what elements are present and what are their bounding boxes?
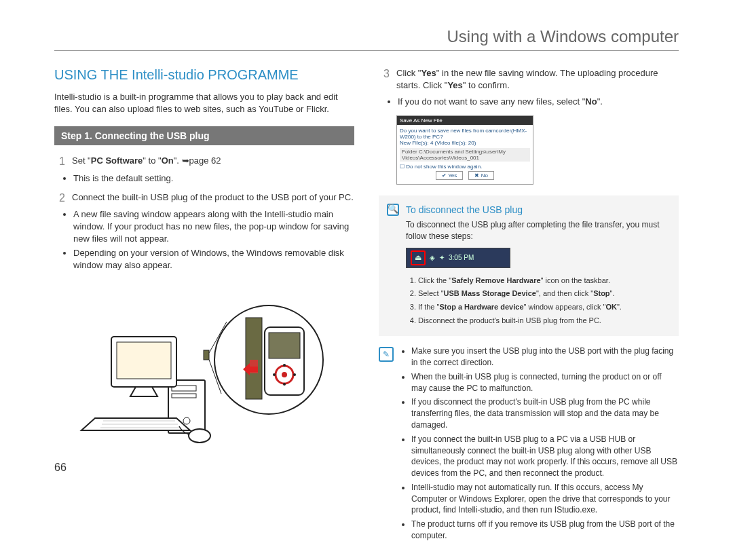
step-1-body: Set "PC Software" to "On". ➥page 62 [72,155,354,167]
disconnect-steps: Click the "Safely Remove Hardware" icon … [406,275,669,326]
list-item: Select "USB Mass Storage Device", and th… [418,288,669,300]
step-number: 1 [54,155,65,168]
svg-point-20 [273,373,276,376]
bullet: A new file saving window appears along w… [73,208,354,246]
text: ". [597,96,603,107]
notes-block: ✎ Make sure you insert the USB plug into… [379,346,679,544]
list-item: If the "Stop a Hardware device" window a… [418,301,669,314]
label-pc-software: PC Software [91,155,143,166]
bullet: Depending on your version of Windows, th… [73,247,354,272]
usb-connection-illustration [68,285,326,448]
list-item: Click the "Safely Remove Hardware" icon … [418,275,669,287]
step-number: 3 [379,67,390,80]
dialog-folder-row: Folder C:\Documents and Settings\user\My… [400,148,530,162]
svg-rect-5 [117,342,171,379]
magnify-icon: 🔍 [387,204,399,216]
right-column: 3 Click "Yes" in the new file saving win… [379,67,679,544]
svg-point-22 [283,364,286,367]
note-item: Make sure you insert the USB plug into t… [411,346,679,369]
intro-paragraph: Intelli-studio is a built-in programme t… [54,91,354,115]
step-2-bullets: A new file saving window appears along w… [73,208,354,272]
svg-rect-14 [246,318,262,399]
dialog-line: New File(s): 4 (Video file(s): 20) [400,140,530,146]
step-1-row: 1 Set "PC Software" to "On". ➥page 62 [54,155,354,168]
dialog-checkbox-label: ☐ Do not show this window again. [400,164,530,170]
note-icon: ✎ [379,347,394,362]
note-item: If you disconnect the product's built-in… [411,396,679,430]
svg-point-9 [189,429,210,443]
bullet: This is the default setting. [73,172,354,185]
svg-rect-10 [204,350,209,360]
svg-rect-17 [269,333,300,358]
step-number: 2 [54,191,65,204]
text: If you do not want to save any new files… [398,96,585,107]
disconnect-info-box: 🔍 To disconnect the USB plug To disconne… [379,195,679,337]
note-item: The product turns off if you remove its … [411,519,679,542]
dialog-titlebar: Save As New File [397,116,533,125]
list-item: Disconnect the product's built-in USB pl… [418,315,669,327]
arrow-icon: ➥ [182,155,189,166]
svg-point-21 [293,373,296,376]
label-yes: Yes [447,80,462,90]
dialog-no-button[interactable]: ✖ No [468,171,493,180]
left-column: USING THE Intelli-studio PROGRAMME Intel… [54,67,354,544]
note-item: Intelli-studio may not automatically run… [411,482,679,516]
page-number: 66 [54,462,354,474]
text: " to " [143,155,161,166]
notes-list: Make sure you insert the USB plug into t… [399,346,679,544]
bullet: If you do not want to save any new files… [398,96,679,108]
safely-remove-icon: ⏏ [411,250,426,265]
dialog-yes-button[interactable]: ✔ Yes [436,171,463,180]
text: Click " [396,68,421,78]
step-bar: Step 1. Connecting the USB plug [54,126,354,145]
page-ref: page 62 [189,155,221,166]
step-3-body: Click "Yes" in the new file saving windo… [396,67,679,92]
svg-point-23 [283,383,286,386]
disconnect-title: To disconnect the USB plug [388,204,669,217]
text: Set " [72,155,91,166]
label-on: On [162,155,174,166]
step-2-body: Connect the built-in USB plug of the pro… [72,191,354,204]
dialog-line: Do you want to save new files from camco… [400,128,530,140]
disconnect-subtitle: To disconnect the USB plug after complet… [388,219,669,242]
tray-icon: ◈ [430,253,435,263]
step-3-row: 3 Click "Yes" in the new file saving win… [379,67,679,92]
manual-page: Using with a Windows computer USING THE … [27,0,706,558]
svg-point-19 [282,372,287,377]
page-header: Using with a Windows computer [54,27,679,51]
label-yes: Yes [421,68,436,78]
note-item: If you connect the built-in USB plug to … [411,434,679,479]
step-2-row: 2 Connect the built-in USB plug of the p… [54,191,354,204]
text: ". [174,155,182,166]
step-3-bullets: If you do not want to save any new files… [398,96,679,108]
note-item: When the built-in USB plug is connected,… [411,371,679,394]
taskbar-screenshot: ⏏ ◈ ✦ 3:05 PM [406,248,510,268]
save-dialog-screenshot: Save As New File Do you want to save new… [396,115,533,185]
section-heading: USING THE Intelli-studio PROGRAMME [54,67,354,83]
taskbar-time: 3:05 PM [449,253,474,263]
tray-icon: ✦ [439,253,445,263]
label-no: No [585,96,597,107]
two-column-layout: USING THE Intelli-studio PROGRAMME Intel… [54,67,679,544]
text: " to confirm. [463,80,510,90]
step-1-bullets: This is the default setting. [73,172,354,185]
